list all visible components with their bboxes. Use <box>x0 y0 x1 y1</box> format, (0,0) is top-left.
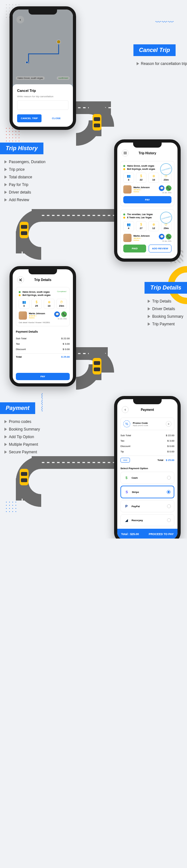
paypal-icon: P <box>124 504 129 509</box>
payment-option-paypal[interactable]: P PayPal <box>120 500 174 512</box>
trip-date: 22 Jan, 2021 <box>159 192 172 193</box>
section-title-history: Trip History <box>0 143 43 154</box>
feature-item: Promo codes <box>4 418 40 426</box>
radio-button <box>167 518 171 522</box>
page-title: Trip History <box>138 151 156 155</box>
paid-button[interactable]: PAID <box>123 245 146 252</box>
driver-rating: ★★★★☆ <box>133 237 157 239</box>
proceed-button[interactable]: PROCEED TO PAY <box>149 532 174 536</box>
feature-item: Passengers, Duration <box>4 158 45 166</box>
menu-button[interactable] <box>122 150 129 156</box>
feature-item: Secure Payment <box>4 448 40 456</box>
to-location: E Twain eva, Las Vegas <box>127 216 152 219</box>
page-title: Payment <box>141 408 154 411</box>
distance-icon: ⊕ <box>149 174 158 178</box>
passengers-icon: 👥 <box>124 174 133 178</box>
trip-date: 31 Jan, 2021 <box>159 240 172 242</box>
distance-icon: ⊕ <box>149 223 158 226</box>
back-button[interactable] <box>17 276 24 283</box>
price-icon: $ <box>32 300 41 304</box>
back-button[interactable]: ‹ <box>17 16 24 24</box>
payment-option-cash[interactable]: $ Cash <box>120 472 174 484</box>
completed-badge: Completed <box>57 290 66 292</box>
to-location: Bell Srprings, south vegas <box>127 168 155 170</box>
cash-icon: $ <box>124 475 129 480</box>
promo-card[interactable]: % Promo Code Apply promo code + <box>120 417 174 430</box>
feature-item: Multiple Payment <box>4 441 40 448</box>
trip-date: 22 Jan, 2021 <box>54 318 67 320</box>
call-button[interactable]: 📞 <box>166 185 172 191</box>
call-button[interactable]: 📞 <box>61 311 67 317</box>
chat-button[interactable]: 💬 <box>159 234 164 240</box>
call-button[interactable]: 📞 <box>166 234 172 240</box>
feature-item: Pay for Trip <box>4 181 45 188</box>
add-review-button[interactable]: ADD REVIEW <box>149 245 172 252</box>
feature-item: Reason for cancellation trip <box>136 60 187 67</box>
chat-button[interactable]: 💬 <box>54 311 60 317</box>
feature-item: Driver details <box>4 188 45 196</box>
add-promo-button[interactable]: + <box>166 421 172 427</box>
feature-item: Total distance <box>4 173 45 181</box>
duration-icon: ⏱ <box>57 300 66 304</box>
feature-item: Trip Payment <box>148 320 187 328</box>
chat-button[interactable]: 💬 <box>159 185 164 191</box>
radio-button <box>167 504 171 508</box>
passengers-icon: 👥 <box>124 223 133 226</box>
feature-item: Trip price <box>4 166 45 173</box>
from-location: The venetian, Las Vegas <box>127 213 153 215</box>
cab-detail: Cab detail: Honda I Amaze I NG2501 <box>19 321 67 323</box>
reason-input[interactable] <box>17 100 68 110</box>
promo-subtitle: Apply promo code <box>133 425 163 426</box>
select-payment-title: Select Payment Option <box>120 467 174 470</box>
page-title: Trip Details <box>34 278 51 282</box>
radio-button <box>167 476 171 479</box>
driver-name: Marks Johnson <box>29 312 52 315</box>
driver-address: Address <box>133 191 157 193</box>
feature-item: Booking Summary <box>4 426 40 433</box>
price-icon: $ <box>137 174 146 178</box>
pay-button[interactable]: PAY <box>16 373 70 380</box>
add-tip-button[interactable]: Add <box>120 458 130 463</box>
to-location: Bell Sprrings, south vegas <box>23 294 51 296</box>
payment-option-stripe[interactable]: S Stripe <box>120 486 174 498</box>
section-title-cancel: Cancel Trip <box>133 44 176 56</box>
radio-button <box>167 490 170 494</box>
section-title-payment: Payment <box>0 402 35 414</box>
feature-item: Driver Details <box>148 305 187 313</box>
section-title-details: Trip Details <box>145 282 187 294</box>
footer-total: Total : $25.00 <box>121 532 139 536</box>
driver-avatar <box>123 185 131 193</box>
close-button[interactable]: CLOSE <box>44 114 68 122</box>
driver-rating: ★★★★☆ <box>29 315 52 317</box>
back-button[interactable]: ‹ <box>122 406 129 413</box>
payment-option-razorpay[interactable]: ◢ Razorpay <box>120 514 174 526</box>
distance-icon: ⊕ <box>45 300 54 304</box>
driver-address: Address <box>29 317 52 319</box>
from-location: Hales Grove, south vegas <box>23 291 50 293</box>
trip-card: CONFIRMED Hales Grove, south vegas Bell … <box>120 161 174 206</box>
driver-rating: ★★★★☆ <box>133 188 157 191</box>
payment-details-title: Payment Details <box>16 330 70 333</box>
feature-item: Add Tip Option <box>4 433 40 441</box>
pay-button[interactable]: PAY <box>123 196 172 204</box>
feature-item: Booking Summary <box>148 313 187 320</box>
passengers-icon: 👥 <box>20 300 29 304</box>
feature-item: Add Review <box>4 196 45 204</box>
pickup-address: Hales Grove, south vegas <box>16 76 45 80</box>
cancel-bottom-sheet: Cancel Trip Write reason for trip cancel… <box>13 84 73 127</box>
promo-icon: % <box>123 421 130 427</box>
checkout-bar: Total : $25.00 PROCEED TO PAY <box>117 529 178 538</box>
driver-name: Marks Johnson <box>133 186 157 188</box>
status-label: confirmed <box>57 76 70 80</box>
promo-title: Promo Code <box>133 422 163 425</box>
driver-avatar <box>19 311 27 320</box>
driver-address: Address <box>133 239 157 241</box>
price-icon: $ <box>137 223 146 226</box>
driver-avatar <box>123 234 131 242</box>
trip-card: CONFIRMED The venetian, Las Vegas E Twai… <box>120 209 174 255</box>
from-location: Hales Grove, south vegas <box>127 165 154 167</box>
razorpay-icon: ◢ <box>124 518 129 523</box>
sheet-prompt: Write reason for trip cancellation <box>17 95 68 98</box>
sheet-title: Cancel Trip <box>17 89 68 93</box>
cancel-trip-button[interactable]: CANCEL TRIP <box>17 114 41 122</box>
